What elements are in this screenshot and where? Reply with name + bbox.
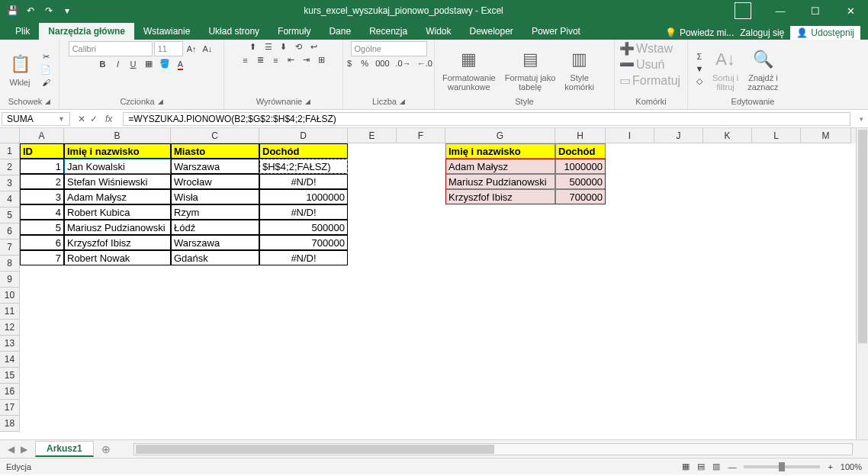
cell-B4[interactable]: Adam Małysz (64, 189, 171, 204)
tab-page-layout[interactable]: Układ strony (199, 23, 268, 40)
cell-B5[interactable]: Robert Kubica (64, 204, 171, 220)
add-sheet-button[interactable]: ⊕ (94, 443, 118, 455)
italic-button[interactable]: I (111, 59, 125, 69)
horizontal-scrollbar[interactable] (133, 443, 853, 455)
tab-view[interactable]: Widok (416, 23, 460, 40)
wrap-text-icon[interactable]: ↩ (307, 41, 321, 53)
cell-A4[interactable]: 3 (20, 189, 64, 204)
cell-C7[interactable]: Warszawa (171, 235, 259, 250)
cell-D6[interactable]: 500000 (259, 220, 348, 235)
row-header-3[interactable]: 3 (0, 175, 20, 191)
cell-A1[interactable]: ID (20, 143, 64, 159)
row-header-16[interactable]: 16 (0, 384, 20, 400)
undo-icon[interactable]: ↶ (24, 5, 37, 17)
row-header-1[interactable]: 1 (0, 143, 20, 159)
fill-color-button[interactable]: 🪣 (157, 58, 172, 69)
font-size-combo[interactable]: 11 (154, 41, 183, 56)
cell-H1[interactable]: Dochód (555, 143, 606, 159)
cell-C4[interactable]: Wisła (171, 189, 259, 204)
cell-C8[interactable]: Gdańsk (171, 250, 259, 265)
bold-button[interactable]: B (96, 59, 110, 69)
close-button[interactable]: ✕ (833, 0, 868, 21)
cell-C6[interactable]: Łódź (171, 220, 259, 235)
formula-expand-icon[interactable]: ▾ (855, 115, 868, 123)
number-launcher[interactable]: ◢ (400, 98, 405, 105)
formula-input[interactable]: =WYSZUKAJ.PIONOWO(B2;$G$2:$H$4;2;FAŁSZ) (123, 112, 850, 126)
row-header-2[interactable]: 2 (0, 159, 20, 175)
find-select-button[interactable]: 🔍Znajdź i zaznacz (744, 46, 781, 93)
cell-H2[interactable]: 1000000 (555, 159, 606, 174)
column-header-L[interactable]: L (752, 128, 801, 143)
decrease-indent-icon[interactable]: ⇤ (285, 54, 298, 66)
cell-D4[interactable]: 1000000 (259, 189, 348, 204)
cell-A2[interactable]: 1 (20, 159, 64, 174)
row-header-14[interactable]: 14 (0, 352, 20, 368)
cancel-formula-icon[interactable]: ✕ (78, 114, 85, 124)
row-header-9[interactable]: 9 (0, 272, 20, 288)
increase-decimal-icon[interactable]: .0→ (394, 58, 413, 69)
cell-G4[interactable]: Krzyszfof Ibisz (445, 189, 555, 204)
row-header-18[interactable]: 18 (0, 416, 20, 432)
ribbon-display-icon[interactable] (728, 0, 763, 21)
share-button[interactable]: 👤 Udostępnij (790, 26, 860, 40)
tell-me-search[interactable]: 💡 Powiedz mi... (665, 27, 734, 38)
cell-A8[interactable]: 7 (20, 250, 64, 265)
align-bottom-icon[interactable]: ⬇ (277, 41, 291, 53)
fx-icon[interactable]: fx (102, 114, 115, 124)
cell-D1[interactable]: Dochód (259, 143, 348, 159)
cell-C5[interactable]: Rzym (171, 204, 259, 220)
cell-B1[interactable]: Imię i nazwisko (64, 143, 171, 159)
comma-icon[interactable]: 000 (373, 58, 391, 69)
cell-D5[interactable]: #N/D! (259, 204, 348, 220)
cell-B6[interactable]: Mariusz Pudzianowski (64, 220, 171, 235)
row-header-5[interactable]: 5 (0, 207, 20, 224)
redo-icon[interactable]: ↷ (43, 5, 55, 17)
increase-indent-icon[interactable]: ⇥ (300, 54, 313, 66)
select-all-corner[interactable] (0, 128, 20, 143)
column-header-I[interactable]: I (606, 128, 654, 143)
delete-cells-button[interactable]: ➖Usuń (619, 57, 664, 72)
row-header-6[interactable]: 6 (0, 224, 20, 240)
align-top-icon[interactable]: ⬆ (246, 41, 260, 53)
tab-insert[interactable]: Wstawianie (134, 23, 199, 40)
conditional-formatting-button[interactable]: ▦Formatowanie warunkowe (439, 46, 499, 93)
row-header-17[interactable]: 17 (0, 400, 20, 416)
column-header-M[interactable]: M (801, 128, 851, 143)
row-header-4[interactable]: 4 (0, 191, 20, 207)
cell-G2[interactable]: Adam Małysz (445, 159, 555, 174)
currency-icon[interactable]: $ (342, 58, 356, 69)
enter-formula-icon[interactable]: ✓ (90, 114, 98, 124)
view-page-break-icon[interactable]: ▥ (712, 462, 720, 471)
increase-font-icon[interactable]: A↑ (185, 43, 199, 54)
font-family-combo[interactable]: Calibri (69, 41, 153, 56)
tab-home[interactable]: Narzędzia główne (39, 23, 134, 40)
tab-power-pivot[interactable]: Power Pivot (522, 23, 590, 40)
cell-H3[interactable]: 500000 (555, 174, 606, 189)
qat-customize-icon[interactable]: ▾ (61, 5, 73, 17)
view-normal-icon[interactable]: ▦ (682, 462, 690, 471)
cell-G3[interactable]: Mariusz Pudzianowski (445, 174, 555, 189)
zoom-slider[interactable] (744, 465, 820, 468)
cell-H4[interactable]: 700000 (555, 189, 606, 204)
save-icon[interactable]: 💾 (6, 5, 18, 17)
cell-G1[interactable]: Imię i nazwisko (445, 143, 555, 159)
align-right-icon[interactable]: ≡ (269, 55, 283, 66)
cell-D8[interactable]: #N/D! (259, 250, 348, 265)
decrease-decimal-icon[interactable]: ←.0 (415, 58, 435, 69)
zoom-out-button[interactable]: — (728, 462, 736, 471)
cell-D2[interactable]: $H$4;2;FAŁSZ) (259, 159, 348, 174)
number-format-combo[interactable]: Ogólne (351, 41, 427, 56)
tab-formulas[interactable]: Formuły (268, 23, 320, 40)
decrease-font-icon[interactable]: A↓ (201, 43, 215, 54)
border-button[interactable]: ▦ (142, 58, 156, 69)
column-header-D[interactable]: D (259, 128, 348, 143)
column-header-E[interactable]: E (348, 128, 397, 143)
cell-styles-button[interactable]: ▥Style komórki (561, 46, 597, 93)
merge-center-icon[interactable]: ⊞ (315, 54, 329, 66)
row-header-12[interactable]: 12 (0, 320, 20, 336)
column-header-K[interactable]: K (703, 128, 752, 143)
align-center-icon[interactable]: ≣ (254, 54, 268, 66)
row-header-8[interactable]: 8 (0, 256, 20, 272)
cell-A5[interactable]: 4 (20, 204, 64, 220)
column-header-H[interactable]: H (555, 128, 606, 143)
